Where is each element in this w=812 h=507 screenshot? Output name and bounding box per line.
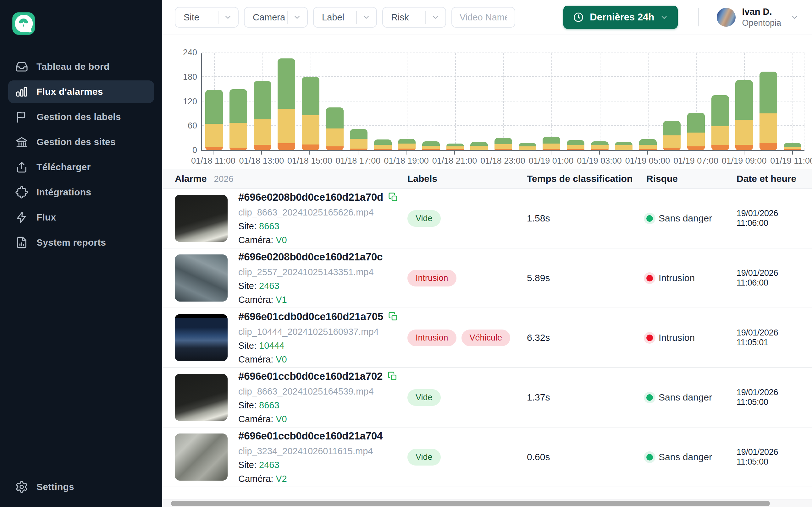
risk-dot [646, 394, 653, 401]
stacked-bar-01/19 10:00[interactable] [760, 72, 777, 150]
label-badge: Intrusion [407, 330, 456, 346]
stacked-bar-01/18 16:00[interactable] [326, 107, 344, 150]
bank-icon [15, 135, 28, 149]
table-row[interactable]: #696e01cdb0d0ce160d21a705clip_10444_2024… [162, 308, 812, 368]
chevron-down-icon [660, 13, 668, 22]
sidebar-item-tableau-de-bord[interactable]: Tableau de bord [8, 55, 154, 78]
sidebar-item-system-reports[interactable]: System reports [8, 231, 154, 254]
stacked-bar-01/19 09:00[interactable] [735, 80, 753, 150]
table-row[interactable]: #696e01ccb0d0ce160d21a704clip_3234_20241… [162, 428, 812, 487]
stacked-bar-01/19 04:00[interactable] [615, 142, 632, 150]
bar-slot [371, 53, 395, 150]
stacked-bar-01/18 12:00[interactable] [230, 89, 247, 150]
bar-segment-orange [760, 143, 777, 150]
table-row[interactable]: #696e01ccb0d0ce160d21a702clip_8663_20241… [162, 368, 812, 428]
bar-slot [732, 53, 756, 150]
x-axis-tick-label: 01/19 09:00 [722, 156, 767, 166]
copy-icon [388, 192, 398, 202]
bar-chart-icon [15, 85, 28, 98]
bar-segment-yellow [519, 147, 536, 150]
camera-thumbnail[interactable] [175, 255, 227, 301]
x-axis-tick [358, 151, 358, 155]
stacked-bar-01/18 21:00[interactable] [446, 144, 464, 150]
sidebar-item-gestion-des-sites[interactable]: Gestion des sites [8, 131, 154, 153]
filter-camera[interactable]: Camera [244, 7, 308, 27]
bar-segment-yellow [422, 146, 440, 150]
sidebar-item-flux[interactable]: Flux [8, 206, 154, 229]
filter-divider [287, 11, 288, 24]
site-value: 10444 [259, 340, 285, 350]
stacked-bar-01/19 07:00[interactable] [687, 113, 705, 150]
stacked-bar-01/18 17:00[interactable] [350, 129, 367, 150]
sidebar-item-gestion-des-labels[interactable]: Gestion des labels [8, 106, 154, 128]
stacked-bar-01/18 13:00[interactable] [254, 81, 271, 150]
stacked-bar-01/18 11:00[interactable] [205, 90, 223, 150]
stacked-bar-01/19 08:00[interactable] [711, 95, 729, 150]
bar-slot [322, 53, 347, 150]
stacked-bar-01/19 00:00[interactable] [519, 143, 536, 150]
sidebar-item-int-grations[interactable]: Intégrations [8, 181, 154, 204]
bar-segment-yellow [495, 144, 512, 149]
alarm-datetime: 19/01/2026 11:05:00 [737, 447, 812, 467]
filter-site[interactable]: Site [175, 7, 239, 27]
stacked-bar-01/18 15:00[interactable] [302, 77, 319, 150]
risk-dot [646, 454, 653, 460]
filter-risk[interactable]: Risk [382, 7, 446, 27]
scrollbar-thumb[interactable] [171, 501, 770, 506]
copy-icon[interactable] [388, 192, 398, 202]
camera-value: V0 [276, 414, 287, 424]
stacked-bar-01/18 14:00[interactable] [277, 58, 295, 150]
x-axis-tick [647, 151, 648, 155]
table-row[interactable]: #696e0208b0d0ce160d21a70cclip_2557_20241… [162, 248, 812, 308]
video-name-input[interactable] [451, 7, 515, 27]
sidebar-item-label: Gestion des labels [37, 112, 121, 122]
stacked-bar-01/18 19:00[interactable] [398, 139, 416, 150]
filter-label[interactable]: Label [313, 7, 377, 27]
stacked-bar-01/19 01:00[interactable] [543, 137, 560, 150]
stacked-bar-01/18 20:00[interactable] [422, 142, 440, 150]
stacked-bar-01/19 02:00[interactable] [567, 140, 585, 150]
camera-thumbnail[interactable] [175, 195, 227, 242]
x-axis-tick [792, 151, 793, 155]
camera-thumbnail[interactable] [175, 374, 227, 421]
stacked-bar-01/19 05:00[interactable] [639, 139, 657, 150]
table-row[interactable]: #696e0208b0d0ce160d21a70dclip_8663_20241… [162, 189, 812, 248]
copy-icon[interactable] [388, 312, 398, 322]
site-label: Site: [238, 460, 257, 470]
sidebar-item-flux-d-alarmes[interactable]: Flux d'alarmes [8, 80, 154, 103]
sidebar-item-settings[interactable]: Settings [8, 475, 154, 498]
horizontal-scrollbar[interactable] [162, 499, 812, 507]
sidebar-item-t-l-charger[interactable]: Télécharger [8, 156, 154, 178]
stacked-bar-01/19 03:00[interactable] [591, 142, 609, 150]
stacked-bar-01/19 06:00[interactable] [663, 121, 680, 150]
camera-thumbnail[interactable] [175, 434, 227, 481]
camera-thumbnail[interactable] [175, 314, 227, 361]
x-axis-tick-label: 01/19 03:00 [577, 156, 622, 166]
inbox-icon [15, 60, 28, 73]
copy-icon[interactable] [388, 371, 398, 381]
stacked-bar-01/18 18:00[interactable] [374, 139, 392, 150]
chevron-down-icon [660, 13, 668, 22]
chart-plot-area: 060120180240 [201, 53, 805, 151]
bar-slot [395, 53, 419, 150]
table-header: Alarme 2026 Labels Temps de classificati… [162, 169, 812, 189]
time-range-button[interactable]: Dernières 24h [563, 6, 678, 29]
alarm-info: #696e0208b0d0ce160d21a70cclip_2557_20241… [238, 251, 383, 305]
filter-bar: SiteCameraLabelRisk [175, 7, 446, 27]
bar-segment-yellow [205, 124, 223, 147]
gear-icon [15, 480, 28, 494]
column-header-time: Temps de classification [527, 173, 646, 184]
alarm-datetime: 19/01/2026 11:06:00 [737, 209, 812, 228]
bar-segment-yellow [302, 115, 319, 145]
bar-slot [588, 53, 612, 150]
bar-segment-green [277, 58, 295, 108]
gridline-h [202, 52, 805, 52]
stacked-bar-01/19 11:00[interactable] [784, 143, 801, 150]
column-header-date: Date et heure [737, 173, 812, 184]
stacked-bar-01/18 22:00[interactable] [470, 142, 488, 150]
user-menu[interactable]: Ivan D. Opentopia [717, 7, 800, 28]
stacked-bar-01/18 23:00[interactable] [495, 138, 512, 150]
user-org: Opentopia [742, 18, 781, 28]
risk-status: Sans danger [646, 452, 737, 462]
inbox-icon [15, 60, 28, 73]
